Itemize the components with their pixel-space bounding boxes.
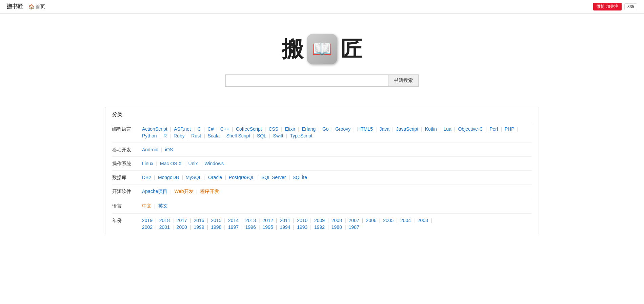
- category-link[interactable]: ActionScript: [139, 126, 170, 132]
- category-link[interactable]: 程序开发: [197, 188, 222, 195]
- category-link[interactable]: 1988: [329, 224, 345, 231]
- category-row: 移动开发Android|iOS: [112, 143, 532, 157]
- category-links-group: Linux|Mac OS X|Unix|Windows: [139, 160, 226, 167]
- topbar-left: 搬书匠 🏠 首页: [7, 3, 45, 10]
- category-link[interactable]: 2004: [398, 217, 414, 224]
- category-link[interactable]: MySQL: [183, 174, 204, 181]
- category-link[interactable]: DB2: [139, 174, 154, 181]
- category-link[interactable]: 2013: [243, 217, 259, 224]
- category-section: 分类 编程语言ActionScript|ASP.net|C|C#|C++|Cof…: [105, 107, 539, 234]
- category-link[interactable]: 1999: [191, 224, 207, 231]
- category-links-group: ActionScript|ASP.net|C|C#|C++|CoffeeScri…: [139, 126, 532, 139]
- category-link[interactable]: Windows: [202, 160, 226, 167]
- home-icon: 🏠: [28, 4, 34, 9]
- category-link[interactable]: C: [195, 126, 204, 132]
- category-row: 操作系统Linux|Mac OS X|Unix|Windows: [112, 157, 532, 171]
- category-link[interactable]: JavaScript: [394, 126, 421, 132]
- category-link[interactable]: Erlang: [299, 126, 318, 132]
- category-link[interactable]: Ruby: [171, 132, 187, 139]
- category-link[interactable]: 1996: [243, 224, 259, 231]
- category-link[interactable]: Web开发: [172, 188, 196, 195]
- category-link[interactable]: Scala: [205, 132, 222, 139]
- category-link[interactable]: 1992: [311, 224, 327, 231]
- category-link[interactable]: Shell Script: [223, 132, 253, 139]
- category-row: 语言中文|英文: [112, 199, 532, 214]
- home-link[interactable]: 🏠 首页: [28, 4, 45, 10]
- category-link[interactable]: 1987: [346, 224, 362, 231]
- category-link[interactable]: CoffeeScript: [233, 126, 265, 132]
- category-link[interactable]: CSS: [266, 126, 281, 132]
- category-link[interactable]: Android: [139, 146, 161, 153]
- category-link[interactable]: Unix: [186, 160, 201, 167]
- category-header: 分类: [112, 107, 532, 122]
- category-link[interactable]: 2000: [174, 224, 190, 231]
- category-link[interactable]: PostgreSQL: [226, 174, 257, 181]
- category-link[interactable]: C#: [205, 126, 216, 132]
- category-link[interactable]: Groovy: [333, 126, 353, 132]
- category-link[interactable]: 2007: [346, 217, 362, 224]
- search-button[interactable]: 书籍搜索: [388, 74, 419, 87]
- category-link[interactable]: 2005: [380, 217, 396, 224]
- search-input[interactable]: [225, 74, 388, 87]
- category-links-group: 中文|英文: [139, 202, 170, 210]
- category-label: 移动开发: [112, 146, 139, 153]
- category-link[interactable]: iOS: [162, 146, 176, 153]
- category-link[interactable]: 2011: [277, 217, 293, 224]
- category-link[interactable]: 2002: [139, 224, 155, 231]
- category-link[interactable]: 2014: [225, 217, 241, 224]
- category-link[interactable]: 1997: [225, 224, 241, 231]
- category-link[interactable]: Lua: [441, 126, 454, 132]
- category-link[interactable]: 2009: [311, 217, 327, 224]
- category-link[interactable]: Oracle: [205, 174, 225, 181]
- category-link[interactable]: C++: [218, 126, 232, 132]
- category-link[interactable]: 英文: [156, 202, 170, 210]
- category-link[interactable]: PHP: [502, 126, 517, 132]
- category-link[interactable]: R: [161, 132, 169, 139]
- category-link[interactable]: TypeScript: [287, 132, 315, 139]
- category-link[interactable]: Objective-C: [455, 126, 485, 132]
- category-link[interactable]: 2010: [294, 217, 310, 224]
- category-link[interactable]: Elixir: [282, 126, 298, 132]
- book-unicode-icon: 📖: [312, 40, 332, 59]
- topbar-right: 微博 加关注 835: [593, 3, 637, 10]
- category-link[interactable]: 2017: [174, 217, 190, 224]
- weibo-follow-button[interactable]: 微博 加关注: [593, 3, 622, 10]
- weibo-icon: 微博: [597, 4, 605, 9]
- category-link[interactable]: 2012: [260, 217, 276, 224]
- category-links-group: Android|iOS: [139, 146, 176, 153]
- category-link[interactable]: Linux: [139, 160, 156, 167]
- category-link[interactable]: Apache项目: [139, 188, 170, 195]
- category-link[interactable]: 2003: [415, 217, 431, 224]
- category-link[interactable]: HTML5: [355, 126, 376, 132]
- category-link[interactable]: Swift: [270, 132, 286, 139]
- divider: |: [517, 126, 519, 132]
- category-link[interactable]: SQLite: [290, 174, 310, 181]
- category-link[interactable]: Java: [377, 126, 393, 132]
- hero-section: 搬 📖 匠 书籍搜索: [0, 14, 644, 97]
- category-link[interactable]: 2001: [157, 224, 173, 231]
- category-link[interactable]: SQL Server: [259, 174, 289, 181]
- category-link[interactable]: Kotlin: [422, 126, 440, 132]
- category-link[interactable]: SQL: [254, 132, 269, 139]
- category-link[interactable]: 2019: [139, 217, 155, 224]
- category-link[interactable]: 1998: [208, 224, 224, 231]
- category-link[interactable]: 1993: [294, 224, 310, 231]
- category-link[interactable]: Perl: [487, 126, 501, 132]
- category-link[interactable]: 2008: [329, 217, 345, 224]
- category-link[interactable]: 2006: [363, 217, 379, 224]
- category-link[interactable]: ASP.net: [171, 126, 194, 132]
- category-link[interactable]: Python: [139, 132, 160, 139]
- hero-title: 搬 📖 匠: [282, 34, 362, 64]
- category-link[interactable]: MongoDB: [155, 174, 182, 181]
- category-link[interactable]: 2015: [208, 217, 224, 224]
- category-link[interactable]: Rust: [188, 132, 204, 139]
- category-links-group: DB2|MongoDB|MySQL|Oracle|PostgreSQL|SQL …: [139, 174, 310, 181]
- category-link[interactable]: Go: [320, 126, 331, 132]
- category-label: 开源软件: [112, 188, 139, 195]
- category-link[interactable]: 2018: [157, 217, 173, 224]
- category-link[interactable]: 2016: [191, 217, 207, 224]
- category-link[interactable]: 1994: [277, 224, 293, 231]
- category-link[interactable]: 中文: [139, 202, 154, 210]
- category-link[interactable]: Mac OS X: [157, 160, 184, 167]
- category-link[interactable]: 1995: [260, 224, 276, 231]
